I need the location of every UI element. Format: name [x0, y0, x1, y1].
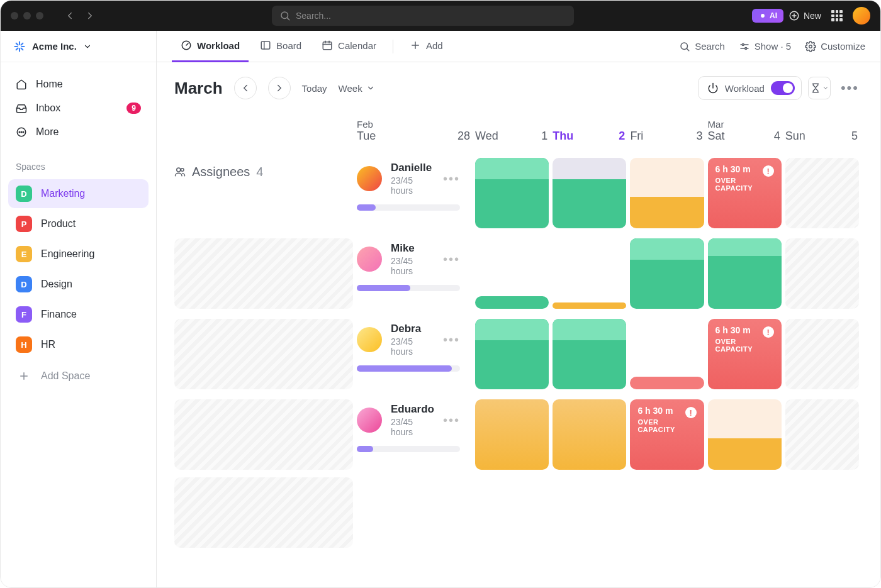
space-item-hr[interactable]: HHR [8, 330, 149, 359]
capacity-cell[interactable] [174, 393, 357, 474]
traffic-max[interactable] [36, 12, 43, 19]
page-header: March Today Week Workload ••• [157, 62, 880, 111]
space-item-product[interactable]: PProduct [8, 209, 149, 238]
capacity-cell[interactable] [630, 152, 707, 232]
space-label: Design [41, 279, 72, 290]
row-menu-button[interactable]: ••• [443, 333, 460, 347]
weekend-cell [785, 238, 859, 309]
capacity-cell[interactable] [630, 232, 707, 313]
space-label: Finance [41, 309, 77, 320]
capacity-cell[interactable]: 6 h 30 mOVER CAPACITY! [708, 313, 785, 393]
row-menu-button[interactable]: ••• [443, 413, 460, 428]
space-badge: E [16, 246, 32, 262]
svg-point-34 [745, 47, 747, 49]
weekend-cell [785, 158, 859, 228]
svg-line-30 [687, 48, 689, 50]
svg-point-16 [21, 131, 22, 133]
ai-button[interactable]: AI [752, 9, 783, 23]
capacity-cell[interactable]: 6 h 30 mOVER CAPACITY! [708, 152, 785, 232]
add-space-button[interactable]: Add Space [8, 362, 149, 391]
user-avatar[interactable] [853, 7, 870, 25]
weekend-cell [174, 319, 353, 389]
weekend-cell [174, 238, 353, 309]
day-header: Thu2 [553, 111, 630, 152]
svg-point-33 [742, 43, 744, 45]
capacity-cell[interactable] [174, 313, 357, 393]
svg-point-37 [177, 168, 181, 172]
capacity-cell[interactable] [785, 393, 863, 474]
space-item-finance[interactable]: FFinance [8, 300, 149, 329]
calendar-icon [322, 40, 333, 51]
space-badge: D [16, 186, 32, 202]
next-period-button[interactable] [268, 77, 291, 99]
nav-home[interactable]: Home [8, 72, 149, 96]
capacity-cell[interactable] [785, 232, 863, 313]
person-avatar[interactable] [357, 247, 382, 272]
capacity-cell[interactable] [174, 474, 357, 552]
today-button[interactable]: Today [302, 83, 327, 94]
capacity-cell[interactable] [553, 313, 630, 393]
plus-icon [410, 40, 421, 51]
space-item-engineering[interactable]: EEngineering [8, 240, 149, 269]
space-badge: H [16, 336, 32, 353]
capacity-cell[interactable] [785, 152, 863, 232]
capacity-cell[interactable] [553, 393, 630, 474]
space-item-design[interactable]: DDesign [8, 270, 149, 299]
view-show-button[interactable]: Show · 5 [739, 41, 791, 52]
capacity-cell[interactable] [475, 313, 553, 393]
window-traffic-lights [11, 12, 43, 19]
person-hours: 23/45 hours [391, 417, 434, 437]
row-menu-button[interactable]: ••• [443, 172, 460, 186]
person-avatar[interactable] [357, 166, 382, 191]
svg-line-13 [16, 48, 18, 50]
person-avatar[interactable] [357, 327, 382, 352]
nav-more[interactable]: More [8, 120, 149, 144]
apps-grid-icon[interactable] [831, 10, 843, 21]
capacity-cell[interactable] [174, 232, 357, 313]
tab-board[interactable]: Board [251, 31, 310, 62]
assignees-header: Assignees4 [174, 111, 357, 232]
space-label: HR [41, 339, 55, 350]
history-forward-button[interactable] [81, 7, 99, 25]
global-search-input[interactable]: Search... [272, 6, 574, 26]
capacity-cell[interactable] [785, 313, 863, 393]
new-button[interactable]: New [788, 10, 821, 21]
range-select[interactable]: Week [339, 83, 375, 94]
more-options-button[interactable]: ••• [837, 80, 863, 96]
svg-line-10 [16, 43, 18, 45]
capacity-cell[interactable] [553, 232, 630, 313]
filter-button[interactable] [808, 77, 831, 99]
view-customize-button[interactable]: Customize [805, 41, 865, 52]
traffic-close[interactable] [11, 12, 18, 19]
tab-add-view[interactable]: Add [401, 31, 452, 62]
workspace-switcher[interactable]: Acme Inc. [1, 31, 156, 62]
capacity-cell[interactable]: 6 h 30 mOVER CAPACITY! [630, 393, 707, 474]
space-badge: D [16, 276, 32, 292]
tab-calendar[interactable]: Calendar [313, 31, 385, 62]
prev-period-button[interactable] [234, 77, 257, 99]
search-icon [679, 41, 690, 52]
capacity-cell[interactable] [708, 393, 785, 474]
capacity-cell[interactable] [475, 393, 553, 474]
sidebar: Acme Inc. Home Inbox 9 More Spaces [1, 31, 157, 587]
capacity-cell[interactable] [708, 232, 785, 313]
capacity-cell[interactable] [475, 232, 553, 313]
person-name: Mike [391, 242, 434, 255]
capacity-cell[interactable] [630, 313, 707, 393]
tab-workload[interactable]: Workload [172, 31, 249, 62]
capacity-cell[interactable] [475, 152, 553, 232]
capacity-cell[interactable] [553, 152, 630, 232]
workload-toggle[interactable] [771, 81, 795, 95]
space-item-marketing[interactable]: DMarketing [8, 179, 149, 208]
workload-toggle-pill[interactable]: Workload [698, 76, 802, 100]
chevron-down-icon [83, 42, 92, 51]
history-back-button[interactable] [61, 7, 79, 25]
progress-bar [357, 285, 460, 291]
person-avatar[interactable] [357, 408, 382, 433]
traffic-min[interactable] [23, 12, 31, 19]
assignee-cell: Debra23/45 hours••• [357, 313, 475, 393]
row-menu-button[interactable]: ••• [443, 252, 460, 267]
nav-inbox[interactable]: Inbox 9 [8, 96, 149, 120]
assignee-cell: Danielle23/45 hours••• [357, 152, 475, 232]
view-search-button[interactable]: Search [679, 41, 725, 52]
